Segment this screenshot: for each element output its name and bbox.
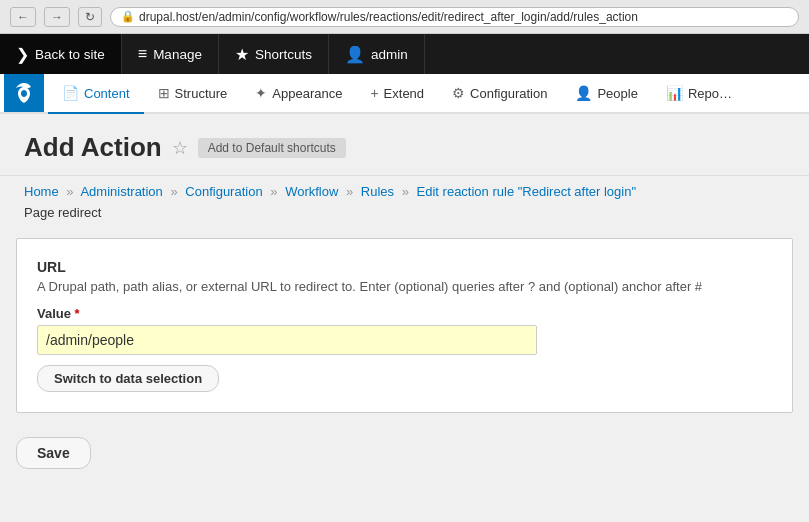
content-icon: 📄: [62, 85, 79, 101]
breadcrumb-edit-rule[interactable]: Edit reaction rule "Redirect after login…: [417, 184, 637, 199]
admin-user-button[interactable]: 👤 admin: [329, 34, 425, 74]
breadcrumb-workflow[interactable]: Workflow: [285, 184, 338, 199]
browser-chrome: ← → ↻ 🔒 drupal.host/en/admin/config/work…: [0, 0, 809, 34]
nav-content[interactable]: 📄 Content: [48, 74, 144, 114]
page-content: Add Action ☆ Add to Default shortcuts Ho…: [0, 114, 809, 489]
back-button[interactable]: ←: [10, 7, 36, 27]
sep2: »: [170, 184, 177, 199]
nav-structure-label: Structure: [175, 86, 228, 101]
nav-content-label: Content: [84, 86, 130, 101]
breadcrumb-administration[interactable]: Administration: [80, 184, 162, 199]
shortcuts-button[interactable]: ★ Shortcuts: [219, 34, 329, 74]
required-star: *: [75, 306, 80, 321]
breadcrumb: Home » Administration » Configuration » …: [24, 184, 785, 199]
url-bar[interactable]: 🔒 drupal.host/en/admin/config/workflow/r…: [110, 7, 799, 27]
user-icon: 👤: [345, 45, 365, 64]
drupal-icon: ❯: [16, 45, 29, 64]
nav-appearance-label: Appearance: [272, 86, 342, 101]
reports-icon: 📊: [666, 85, 683, 101]
shortcuts-label: Shortcuts: [255, 47, 312, 62]
sep5: »: [402, 184, 409, 199]
nav-people[interactable]: 👤 People: [561, 74, 651, 114]
structure-icon: ⊞: [158, 85, 170, 101]
url-field-label: URL: [37, 259, 772, 275]
refresh-button[interactable]: ↻: [78, 7, 102, 27]
secondary-nav: 📄 Content ⊞ Structure ✦ Appearance + Ext…: [0, 74, 809, 114]
save-area: Save: [0, 433, 809, 489]
manage-label: Manage: [153, 47, 202, 62]
back-to-site-button[interactable]: ❯ Back to site: [0, 34, 122, 74]
drupal-logo[interactable]: [4, 74, 44, 112]
form-card: URL A Drupal path, path alias, or extern…: [16, 238, 793, 413]
save-button[interactable]: Save: [16, 437, 91, 469]
nav-config-label: Configuration: [470, 86, 547, 101]
value-label: Value *: [37, 306, 772, 321]
breadcrumb-home[interactable]: Home: [24, 184, 59, 199]
appearance-icon: ✦: [255, 85, 267, 101]
nav-extend[interactable]: + Extend: [356, 74, 438, 114]
switch-to-data-selection-button[interactable]: Switch to data selection: [37, 365, 219, 392]
url-field-description: A Drupal path, path alias, or external U…: [37, 279, 772, 294]
add-shortcut-button[interactable]: Add to Default shortcuts: [198, 138, 346, 158]
menu-icon: ≡: [138, 45, 147, 63]
breadcrumb-area: Home » Administration » Configuration » …: [0, 176, 809, 203]
page-title-bar: Add Action ☆ Add to Default shortcuts: [0, 114, 809, 176]
extend-icon: +: [370, 85, 378, 101]
page-title: Add Action: [24, 132, 162, 163]
url-text: drupal.host/en/admin/config/workflow/rul…: [139, 10, 638, 24]
manage-button[interactable]: ≡ Manage: [122, 34, 219, 74]
nav-extend-label: Extend: [384, 86, 424, 101]
sep3: »: [270, 184, 277, 199]
config-icon: ⚙: [452, 85, 465, 101]
forward-button[interactable]: →: [44, 7, 70, 27]
favorite-icon[interactable]: ☆: [172, 137, 188, 159]
page-redirect-label: Page redirect: [0, 203, 809, 230]
nav-reports-label: Repo…: [688, 86, 732, 101]
lock-icon: 🔒: [121, 10, 135, 23]
breadcrumb-configuration[interactable]: Configuration: [185, 184, 262, 199]
star-toolbar-icon: ★: [235, 45, 249, 64]
breadcrumb-rules[interactable]: Rules: [361, 184, 394, 199]
admin-toolbar: ❯ Back to site ≡ Manage ★ Shortcuts 👤 ad…: [0, 34, 809, 74]
sep4: »: [346, 184, 353, 199]
nav-appearance[interactable]: ✦ Appearance: [241, 74, 356, 114]
admin-label: admin: [371, 47, 408, 62]
back-to-site-label: Back to site: [35, 47, 105, 62]
nav-structure[interactable]: ⊞ Structure: [144, 74, 242, 114]
nav-people-label: People: [597, 86, 637, 101]
nav-configuration[interactable]: ⚙ Configuration: [438, 74, 561, 114]
url-value-input[interactable]: [37, 325, 537, 355]
sep1: »: [66, 184, 73, 199]
nav-reports[interactable]: 📊 Repo…: [652, 74, 746, 114]
drupal-logo-svg: [12, 81, 36, 105]
people-icon: 👤: [575, 85, 592, 101]
